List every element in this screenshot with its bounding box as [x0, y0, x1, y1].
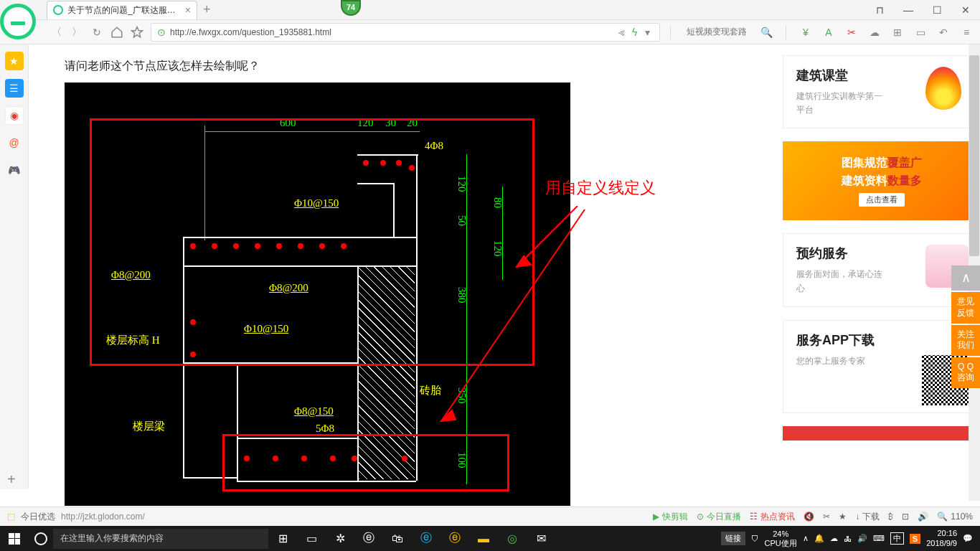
menu-icon[interactable]: ≡: [960, 26, 973, 39]
tray-keyboard-icon[interactable]: ⌨: [873, 534, 885, 543]
red-highlight-box-2: [222, 434, 509, 491]
lbl-5phi8: 5Φ8: [316, 423, 334, 435]
status-download[interactable]: ↓ 下载: [855, 511, 880, 523]
card-jianzhu-ketang[interactable]: 建筑课堂 建筑行业实训教学第一平台: [783, 55, 980, 128]
question-title: 请问老师这个节点应该怎样去绘制呢？: [65, 59, 783, 74]
qq-tab[interactable]: Q Q咨询: [951, 357, 980, 388]
svg-marker-1: [517, 256, 531, 267]
article-area: 请问老师这个节点应该怎样去绘制呢？ 600 120 30 20 120 80 5…: [29, 44, 783, 507]
svg-line-2: [441, 209, 585, 421]
tray-shield-icon[interactable]: ⛉: [751, 534, 759, 543]
status-print-icon[interactable]: ₿: [888, 512, 893, 522]
banner-cta[interactable]: 点击查看: [859, 193, 905, 207]
tray-clock[interactable]: 20:162018/9/9: [926, 529, 957, 547]
sidebar-add-button[interactable]: +: [7, 471, 16, 488]
status-hot[interactable]: ☷ 热点资讯: [750, 511, 795, 523]
tray-net-icon[interactable]: 🖧: [844, 534, 852, 543]
tab-close-icon[interactable]: ×: [185, 4, 191, 16]
taskbar-search-input[interactable]: 在这里输入你要搜索的内容: [53, 529, 268, 549]
sidebar-game-icon[interactable]: 🎮: [5, 161, 24, 179]
status-mute-icon[interactable]: 🔇: [804, 512, 814, 522]
card2-desc: 服务面对面，承诺心连心: [796, 268, 890, 295]
app-fan-icon[interactable]: ✲: [326, 526, 354, 551]
status-cut-icon[interactable]: ✂: [823, 512, 830, 522]
lock-icon: ⊙: [157, 27, 166, 38]
tray-cpu[interactable]: 24%CPU使用: [765, 529, 797, 547]
app-explorer-icon[interactable]: ▬: [469, 526, 498, 551]
cortana-button[interactable]: [29, 532, 53, 545]
tray-ime[interactable]: 中: [890, 532, 904, 545]
window-minimize-button[interactable]: —: [894, 0, 923, 20]
scroll-top-button[interactable]: ∧: [951, 265, 980, 291]
status-today-pick[interactable]: 今日优选: [21, 511, 55, 523]
nav-forward-button[interactable]: 〉: [70, 26, 83, 39]
follow-tab[interactable]: 关注我们: [951, 325, 980, 356]
window-pin-button[interactable]: ⊓: [865, 0, 894, 20]
svg-marker-3: [441, 410, 456, 421]
tray-chevron-icon[interactable]: ∧: [803, 534, 809, 543]
app-store-icon[interactable]: 🛍: [383, 526, 412, 551]
search-icon[interactable]: 🔍: [760, 26, 773, 39]
red-banner-strip[interactable]: [783, 426, 980, 441]
reader-icon[interactable]: ▭: [914, 26, 927, 39]
annotation-arrows: [413, 206, 599, 435]
scissors-icon[interactable]: ✂: [845, 26, 858, 39]
start-button[interactable]: [0, 526, 29, 551]
window-controls: ⊓ — ☐ ✕: [865, 0, 980, 20]
tray-sogou-icon[interactable]: S: [910, 534, 920, 544]
tray-cloud-icon[interactable]: ☁: [830, 534, 838, 543]
sidebar-mail-icon[interactable]: @: [5, 133, 24, 152]
taskview-icon[interactable]: ⊞: [268, 526, 297, 551]
card-yuyue[interactable]: 预约服务 服务面对面，承诺心连心: [783, 233, 980, 306]
status-fav-icon[interactable]: ★: [839, 512, 847, 522]
notification-badge[interactable]: 74: [341, 0, 361, 16]
fast-icon[interactable]: ϟ: [628, 26, 641, 39]
browser-sidebar: ★ ☰ ◉ @ 🎮 +: [0, 44, 29, 489]
app-folder-icon[interactable]: ▭: [297, 526, 326, 551]
status-zoom[interactable]: 🔍 110%: [937, 512, 973, 522]
wallet-icon[interactable]: ¥: [799, 26, 812, 39]
status-live[interactable]: ⊙ 今日直播: [697, 511, 741, 523]
status-sound-icon[interactable]: 🔊: [918, 512, 928, 522]
card3-desc: 您的掌上服务专家: [796, 354, 875, 368]
share-icon[interactable]: ⪡: [615, 26, 628, 39]
browser-logo[interactable]: [0, 4, 39, 43]
card1-desc: 建筑行业实训教学第一平台: [796, 90, 890, 117]
nav-reload-button[interactable]: ↻: [90, 26, 103, 39]
sidebar-weibo-icon[interactable]: ◉: [5, 106, 24, 125]
window-close-button[interactable]: ✕: [951, 0, 980, 20]
app-360-icon[interactable]: ◎: [498, 526, 527, 551]
page-content: 请问老师这个节点应该怎样去绘制呢？ 600 120 30 20 120 80 5…: [29, 44, 980, 507]
tray-action-center-icon[interactable]: 💬: [963, 534, 973, 543]
tray-bell-icon[interactable]: 🔔: [814, 534, 824, 543]
nav-home-button[interactable]: [110, 26, 123, 39]
promo-text[interactable]: 短视频变现套路: [687, 26, 747, 38]
cloud-icon[interactable]: ☁: [868, 26, 881, 39]
status-kuaijian[interactable]: ▶ 快剪辑: [653, 511, 688, 523]
app-edge-icon[interactable]: ⓔ: [412, 526, 440, 551]
sidebar-news-icon[interactable]: ☰: [5, 79, 24, 98]
status-gift-icon[interactable]: ⬚: [7, 512, 15, 522]
nav-back-button[interactable]: 〈: [50, 26, 63, 39]
translate-icon[interactable]: A: [822, 26, 835, 39]
banner-ad[interactable]: 图集规范覆盖广 建筑资料数量多 点击查看: [783, 141, 980, 220]
app-mail-icon[interactable]: ✉: [527, 526, 555, 551]
card-app-download[interactable]: 服务APP下载 您的掌上服务专家: [783, 320, 980, 413]
app-edge-old-icon[interactable]: ⓔ: [354, 526, 383, 551]
url-dropdown-icon[interactable]: ▾: [641, 26, 654, 39]
apps-icon[interactable]: ⊞: [891, 26, 904, 39]
scroll-thumb[interactable]: [969, 55, 979, 256]
app-ie-icon[interactable]: ⓔ: [440, 526, 469, 551]
tray-link[interactable]: 链接: [721, 532, 745, 545]
sidebar-favorites-icon[interactable]: ★: [5, 52, 24, 70]
undo-icon[interactable]: ↶: [937, 26, 950, 39]
new-tab-button[interactable]: +: [203, 2, 211, 17]
feedback-tab[interactable]: 意见反馈: [951, 292, 980, 323]
nav-bookmark-button[interactable]: [131, 26, 143, 39]
url-input[interactable]: ⊙ http://e.fwxgx.com/question_1935881.ht…: [151, 23, 660, 42]
status-pin-icon[interactable]: ⊡: [902, 512, 909, 522]
window-maximize-button[interactable]: ☐: [923, 0, 951, 20]
browser-tab[interactable]: 关于节点的问题_广联达服务新干线 ×: [47, 1, 197, 19]
tray-volume-icon[interactable]: 🔊: [857, 534, 867, 543]
tab-favicon: [53, 5, 63, 15]
